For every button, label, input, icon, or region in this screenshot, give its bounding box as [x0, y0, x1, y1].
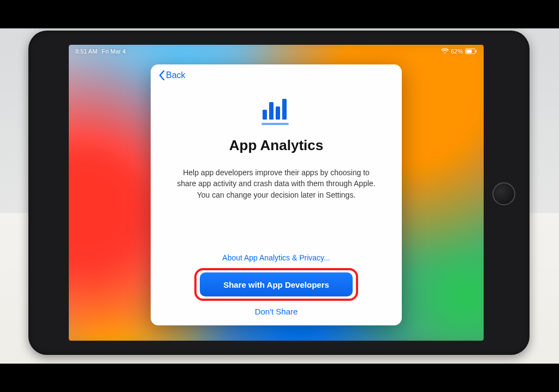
svg-rect-2	[476, 50, 477, 52]
modal-body: App Analytics Help app developers improv…	[151, 82, 402, 253]
wifi-icon	[441, 49, 449, 54]
modal-footer: About App Analytics & Privacy... Share w…	[151, 253, 402, 325]
analytics-icon	[257, 97, 295, 127]
ipad-screen: 8:51 AM Fri Mar 4 62%	[69, 45, 484, 341]
svg-rect-1	[466, 50, 472, 53]
svg-rect-4	[269, 102, 273, 120]
svg-rect-3	[263, 110, 267, 120]
svg-rect-6	[282, 99, 287, 120]
modal-header: Back	[151, 64, 402, 82]
share-with-developers-button[interactable]: Share with App Developers	[200, 272, 353, 296]
dont-share-button[interactable]: Don't Share	[252, 306, 301, 317]
setup-modal: Back App Analytics Help app	[151, 64, 402, 325]
status-date: Fri Mar 4	[102, 48, 126, 55]
back-button[interactable]: Back	[155, 70, 189, 81]
battery-icon	[465, 49, 477, 54]
modal-description: Help app developers improve their apps b…	[175, 167, 378, 200]
letterbox-bottom	[0, 364, 559, 392]
back-label: Back	[166, 70, 186, 80]
highlight-annotation: Share with App Developers	[194, 268, 358, 301]
photo-scene: 8:51 AM Fri Mar 4 62%	[0, 28, 559, 364]
about-analytics-link[interactable]: About App Analytics & Privacy...	[219, 253, 333, 263]
status-battery-percent: 62%	[451, 48, 463, 55]
svg-rect-7	[261, 123, 289, 125]
status-bar: 8:51 AM Fri Mar 4 62%	[69, 45, 484, 57]
status-time: 8:51 AM	[75, 48, 97, 55]
letterbox-top	[0, 0, 559, 28]
ipad-device: 8:51 AM Fri Mar 4 62%	[28, 31, 530, 355]
modal-title: App Analytics	[229, 137, 323, 154]
chevron-left-icon	[158, 70, 165, 80]
svg-rect-5	[276, 106, 280, 120]
